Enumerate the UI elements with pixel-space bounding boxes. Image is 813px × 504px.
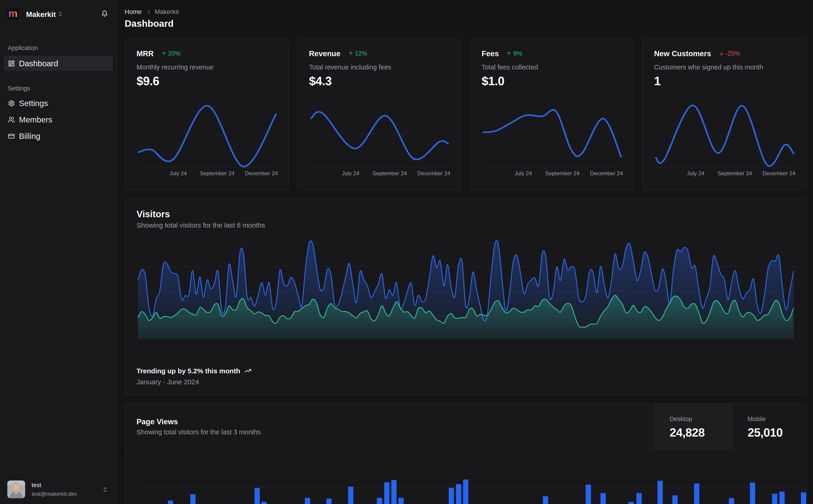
svg-text:December 24: December 24: [763, 170, 795, 176]
svg-text:July 24: July 24: [169, 170, 187, 176]
svg-text:December 24: December 24: [590, 170, 623, 176]
svg-text:December 24: December 24: [245, 170, 278, 176]
svg-text:September 24: September 24: [718, 170, 752, 176]
svg-text:July 24: July 24: [342, 170, 359, 176]
svg-text:September 24: September 24: [373, 170, 407, 176]
svg-text:July 24: July 24: [687, 170, 704, 176]
svg-text:September 24: September 24: [545, 170, 580, 176]
svg-text:September 24: September 24: [200, 170, 235, 176]
svg-text:July 24: July 24: [514, 170, 532, 176]
svg-text:December 24: December 24: [417, 170, 450, 176]
